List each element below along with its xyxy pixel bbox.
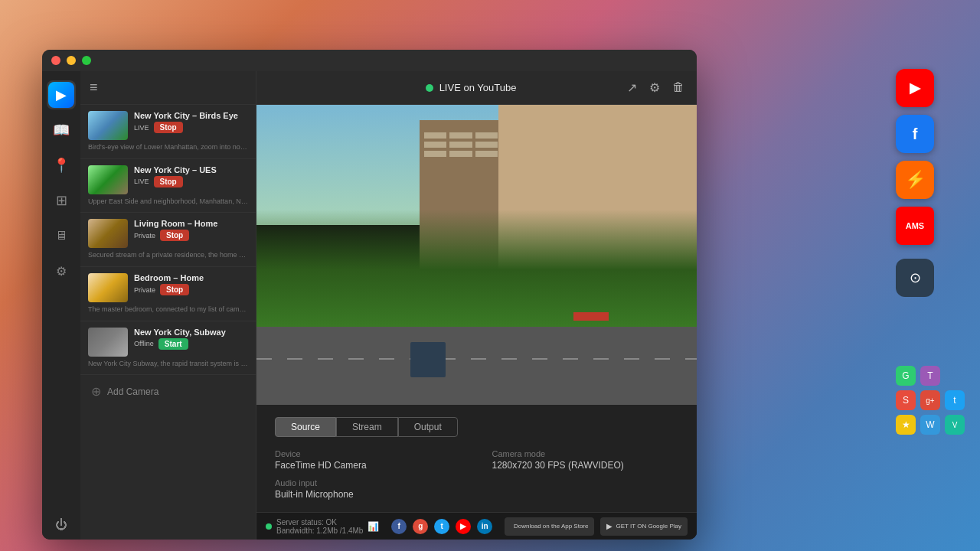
stop-button-nyc-birds[interactable]: Stop	[154, 122, 183, 133]
live-dot-icon	[426, 84, 433, 92]
main-window: ▶ 📖 📍 ⊞ 🖥 ⚙ ⏻ ≡ New York City – Birds Ey…	[42, 50, 697, 540]
bottom-section: Source Stream Output Device FaceTime HD …	[256, 405, 697, 512]
server-status-text: Server status: OK Bandwidth: 1.2Mb /1.4M…	[276, 518, 363, 535]
status-badge-bedroom: Private	[134, 286, 155, 294]
store-badges: Download on the App Store ▶ GET IT ON Go…	[505, 517, 688, 536]
app-logo: ▶	[48, 82, 74, 108]
stop-button-living-room[interactable]: Stop	[160, 230, 189, 241]
stop-button-nyc-ues[interactable]: Stop	[154, 176, 183, 187]
social-linkedin[interactable]: in	[477, 519, 492, 534]
maximize-button[interactable]	[82, 56, 91, 65]
status-badge-nyc-birds: LIVE	[134, 124, 149, 132]
status-badge-nyc-ues: LIVE	[134, 178, 149, 185]
camera-info-nyc-birds: New York City – Birds Eye LIVE Stop	[134, 111, 248, 140]
sidebar-item-book[interactable]: 📖	[47, 116, 76, 145]
dock-youtube[interactable]: ▶	[896, 69, 934, 107]
camera-name-nyc-birds: New York City – Birds Eye	[134, 111, 248, 120]
mode-label: Camera mode	[492, 449, 679, 458]
close-button[interactable]	[51, 56, 60, 65]
main-layout: ▶ 📖 📍 ⊞ 🖥 ⚙ ⏻ ≡ New York City – Birds Ey…	[42, 71, 697, 540]
right-dock: ▶ f ⚡ AMS ⊙ G T S g+ t ★ W V	[896, 69, 965, 435]
camera-desc-bedroom: The master bedroom, connected to my list…	[88, 305, 248, 315]
dock-small-5[interactable]: t	[945, 390, 965, 410]
social-gplus[interactable]: g	[413, 519, 428, 534]
dock-facebook[interactable]: f	[896, 115, 934, 153]
dock-ams[interactable]: AMS	[896, 207, 934, 245]
camera-item-nyc-subway[interactable]: New York City, Subway Offline Start New …	[80, 321, 256, 376]
camera-list: ≡ New York City – Birds Eye LIVE Stop Bi…	[80, 71, 256, 540]
minimize-button[interactable]	[67, 56, 76, 65]
tab-row: Source Stream Output	[275, 417, 678, 437]
googleplay-badge[interactable]: ▶ GET IT ON Google Play	[600, 517, 688, 536]
add-camera-label: Add Camera	[107, 386, 158, 397]
flash-icon: ⚡	[905, 170, 926, 190]
sidebar-item-power[interactable]: ⏻	[47, 510, 76, 540]
video-area	[256, 105, 697, 405]
top-bar-actions: ↗ ⚙ 🗑	[627, 80, 684, 95]
sidebar-item-location[interactable]: 📍	[47, 151, 76, 180]
status-badge-living-room: Private	[134, 232, 155, 240]
camera-desc-nyc-ues: Upper East Side and neighborhood, Manhat…	[88, 197, 248, 207]
device-label: Device	[275, 449, 462, 458]
social-youtube[interactable]: ▶	[456, 519, 471, 534]
start-button-nyc-subway[interactable]: Start	[158, 338, 188, 350]
add-camera-button[interactable]: ⊕ Add Camera	[80, 375, 256, 408]
trash-icon[interactable]: 🗑	[672, 80, 684, 95]
camera-thumb-bedroom	[88, 273, 128, 302]
tab-stream[interactable]: Stream	[336, 417, 398, 437]
camera-name-bedroom: Bedroom – Home	[134, 273, 248, 282]
camera-desc-nyc-subway: New York City Subway, the rapid transit …	[88, 360, 248, 369]
stop-button-bedroom[interactable]: Stop	[160, 284, 189, 295]
facebook-icon: f	[913, 126, 918, 143]
dock-small-4[interactable]: g+	[920, 390, 940, 410]
dock-flash[interactable]: ⚡	[896, 161, 934, 199]
audio-value: Built-in Microphone	[275, 489, 462, 500]
camera-info-nyc-subway: New York City, Subway Offline Start	[134, 328, 248, 357]
camera-thumb-living-room	[88, 219, 128, 248]
top-bar: LIVE on YouTube ↗ ⚙ 🗑	[256, 71, 697, 105]
right-panel: LIVE on YouTube ↗ ⚙ 🗑	[256, 71, 697, 540]
info-row-mode: Camera mode 980x551 30 FPS (RAWVIDEO)	[492, 449, 679, 471]
tab-output[interactable]: Output	[398, 417, 458, 437]
social-twitter[interactable]: t	[434, 519, 449, 534]
sidebar-item-grid[interactable]: ⊞	[47, 186, 76, 215]
sidebar-item-logo[interactable]: ▶	[47, 80, 76, 109]
camera-info-bedroom: Bedroom – Home Private Stop	[134, 273, 248, 302]
tab-source[interactable]: Source	[275, 417, 336, 437]
live-status-text: LIVE on YouTube	[439, 82, 517, 93]
titlebar	[42, 50, 697, 71]
dock-small-2[interactable]: T	[920, 366, 940, 386]
social-icons: f g t ▶ in	[391, 519, 492, 534]
camera-name-nyc-ues: New York City – UES	[134, 165, 248, 174]
dock-small-8[interactable]: V	[945, 415, 965, 435]
appstore-badge[interactable]: Download on the App Store	[505, 517, 594, 536]
dock-target[interactable]: ⊙	[896, 259, 934, 297]
dock-small-1[interactable]: G	[896, 366, 916, 386]
dock-small-7[interactable]: W	[920, 415, 940, 435]
settings-icon[interactable]: ⚙	[649, 80, 660, 95]
audio-label: Audio input	[275, 478, 462, 487]
car-1	[410, 342, 446, 377]
awning	[573, 312, 609, 321]
filter-icon[interactable]: ≡	[90, 80, 98, 96]
dock-bottom-group: G T S g+ t ★ W V	[896, 366, 965, 435]
sidebar-item-display[interactable]: 🖥	[47, 221, 76, 250]
device-value: FaceTime HD Camera	[275, 460, 462, 471]
live-indicator: LIVE on YouTube	[315, 82, 627, 93]
camera-item-bedroom[interactable]: Bedroom – Home Private Stop The master b…	[80, 267, 256, 321]
camera-item-living-room[interactable]: Living Room – Home Private Stop Secured …	[80, 213, 256, 267]
dock-small-3[interactable]: S	[896, 390, 916, 410]
status-left: Server status: OK Bandwidth: 1.2Mb /1.4M…	[266, 518, 379, 535]
status-badge-nyc-subway: Offline	[134, 340, 154, 347]
camera-item-nyc-birds[interactable]: New York City – Birds Eye LIVE Stop Bird…	[80, 105, 256, 159]
street-scene	[256, 105, 697, 405]
sidebar-item-settings[interactable]: ⚙	[47, 256, 76, 285]
camera-item-nyc-ues[interactable]: New York City – UES LIVE Stop Upper East…	[80, 159, 256, 214]
sidebar: ▶ 📖 📍 ⊞ 🖥 ⚙ ⏻	[42, 71, 80, 540]
share-icon[interactable]: ↗	[627, 80, 637, 95]
dock-small-6[interactable]: ★	[896, 415, 916, 435]
info-row-device: Device FaceTime HD Camera	[275, 449, 462, 471]
camera-info-nyc-ues: New York City – UES LIVE Stop	[134, 165, 248, 194]
camera-thumb-nyc-birds	[88, 111, 128, 140]
social-fb[interactable]: f	[391, 519, 407, 534]
